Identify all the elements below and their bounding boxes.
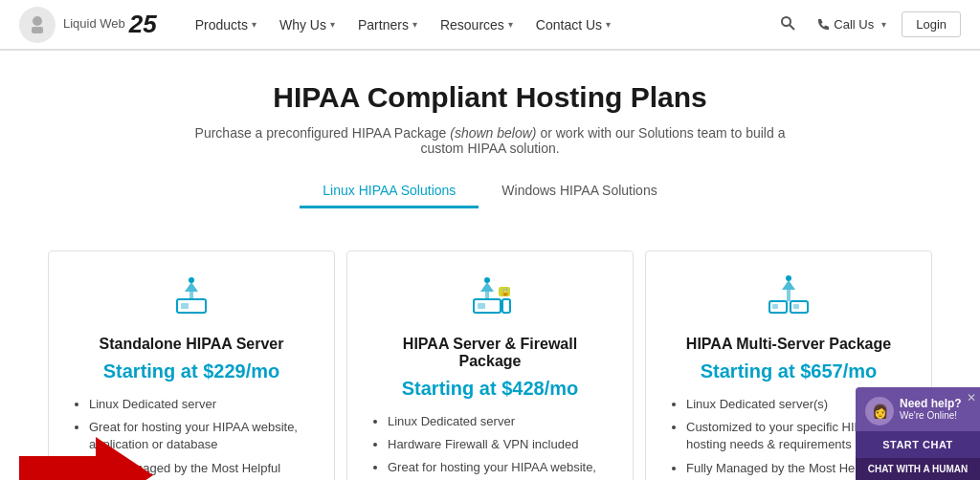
svg-rect-10: [478, 303, 485, 309]
plan-price-1: Starting at $428/mo: [370, 378, 610, 400]
svg-point-11: [484, 277, 490, 283]
chat-human-button[interactable]: CHAT WITH A HUMAN: [856, 458, 980, 480]
close-icon[interactable]: ✕: [967, 391, 976, 404]
svg-rect-9: [502, 299, 510, 313]
plan-price-0: Starting at $229/mo: [72, 360, 311, 382]
svg-point-2: [782, 17, 791, 26]
svg-rect-17: [772, 304, 778, 309]
svg-rect-18: [793, 304, 799, 309]
navbar: Liquid Web 25 Products ▾ Why Us ▾ Partne…: [0, 0, 980, 50]
logo-25: 25: [129, 10, 157, 39]
list-item: Linux Dedicated server: [89, 396, 311, 413]
plan-name-1: HIPAA Server & Firewall Package: [370, 336, 610, 370]
page-title: HIPAA Compliant Hosting Plans: [19, 81, 961, 114]
chat-need-help: Need help?: [900, 397, 970, 410]
svg-point-6: [189, 277, 194, 283]
nav-right: Call Us ▾ Login: [774, 10, 961, 40]
login-button[interactable]: Login: [902, 11, 961, 37]
plan-features-1: Linux Dedicated server Hardware Firewall…: [370, 413, 610, 480]
logo-text: Liquid Web: [63, 17, 125, 31]
nav-item-contact[interactable]: Contact Us ▾: [526, 11, 620, 38]
nav-item-resources[interactable]: Resources ▾: [431, 11, 523, 38]
svg-point-0: [33, 16, 42, 26]
svg-line-3: [790, 25, 794, 30]
hero-section: HIPAA Compliant Hosting Plans Purchase a…: [0, 51, 980, 251]
hero-description: Purchase a preconfigured HIPAA Package (…: [193, 125, 787, 156]
start-chat-button[interactable]: START CHAT: [856, 431, 980, 458]
plan-card-firewall: 🔒 HIPAA Server & Firewall Package Starti…: [346, 251, 634, 480]
arrow-highlight: [19, 437, 153, 480]
chat-avatar: 👩: [865, 397, 894, 425]
list-item: Linux Dedicated server: [388, 413, 610, 430]
svg-point-19: [786, 275, 791, 281]
plans-section: Standalone HIPAA Server Starting at $229…: [0, 251, 980, 480]
plan-price-2: Starting at $657/mo: [669, 360, 908, 382]
chevron-down-icon: ▾: [252, 19, 256, 30]
svg-rect-20: [787, 290, 791, 301]
chat-top: 👩 Need help? We're Online! ✕: [856, 387, 980, 431]
svg-rect-12: [485, 292, 489, 299]
chevron-down-icon: ▾: [508, 19, 513, 30]
call-button[interactable]: Call Us ▾: [809, 13, 894, 35]
plan-icon-standalone: [72, 271, 311, 322]
nav-item-whyus[interactable]: Why Us ▾: [270, 11, 345, 38]
tab-windows[interactable]: Windows HIPAA Solutions: [479, 175, 679, 208]
solution-tabs: Linux HIPAA Solutions Windows HIPAA Solu…: [19, 175, 961, 208]
tab-linux[interactable]: Linux HIPAA Solutions: [300, 175, 479, 208]
chevron-down-icon: ▾: [881, 19, 886, 30]
plan-icon-firewall: 🔒: [370, 271, 610, 322]
chat-text: Need help? We're Online!: [900, 397, 970, 421]
svg-rect-1: [32, 27, 43, 33]
plan-name-2: HIPAA Multi-Server Package: [669, 336, 908, 353]
list-item: Hardware Firewall & VPN included: [388, 436, 610, 453]
nav-links: Products ▾ Why Us ▾ Partners ▾ Resources…: [186, 11, 775, 38]
chat-online: We're Online!: [900, 410, 970, 421]
chevron-down-icon: ▾: [412, 19, 417, 30]
logo-icon: [19, 7, 56, 43]
list-item: Great for hosting your HIPAA website, ap…: [388, 459, 610, 480]
nav-item-products[interactable]: Products ▾: [186, 11, 266, 38]
svg-rect-5: [181, 303, 189, 309]
chat-widget: 👩 Need help? We're Online! ✕ START CHAT …: [856, 387, 980, 480]
chevron-down-icon: ▾: [606, 19, 611, 30]
chevron-down-icon: ▾: [330, 19, 335, 30]
plan-name-0: Standalone HIPAA Server: [72, 336, 311, 353]
nav-item-partners[interactable]: Partners ▾: [348, 11, 427, 38]
svg-text:🔒: 🔒: [501, 287, 510, 296]
plan-icon-multiserver: [669, 271, 908, 322]
logo[interactable]: Liquid Web 25: [19, 7, 157, 43]
svg-rect-7: [189, 292, 193, 299]
search-button[interactable]: [774, 10, 801, 40]
